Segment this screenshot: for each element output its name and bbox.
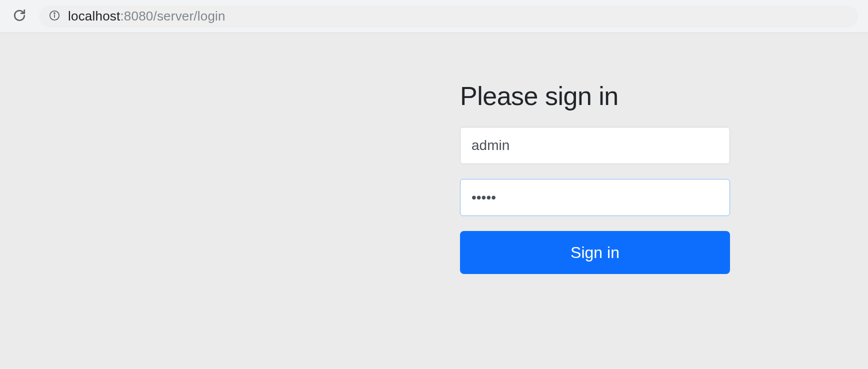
url-path: :8080/server/login [120,8,225,24]
reload-icon [13,9,26,24]
address-bar[interactable]: localhost:8080/server/login [39,6,858,28]
url-text: localhost:8080/server/login [68,8,226,24]
password-input[interactable] [460,179,730,216]
page-content: Please sign in Sign in [0,33,868,369]
username-input[interactable] [460,127,730,164]
page-title: Please sign in [460,81,730,111]
info-icon [49,10,60,22]
url-host: localhost [68,8,120,24]
signin-button[interactable]: Sign in [460,231,730,274]
browser-toolbar: localhost:8080/server/login [0,0,868,33]
reload-button[interactable] [10,6,29,26]
svg-point-2 [54,13,55,14]
login-form: Please sign in Sign in [460,81,730,274]
site-info-button[interactable] [48,9,61,24]
